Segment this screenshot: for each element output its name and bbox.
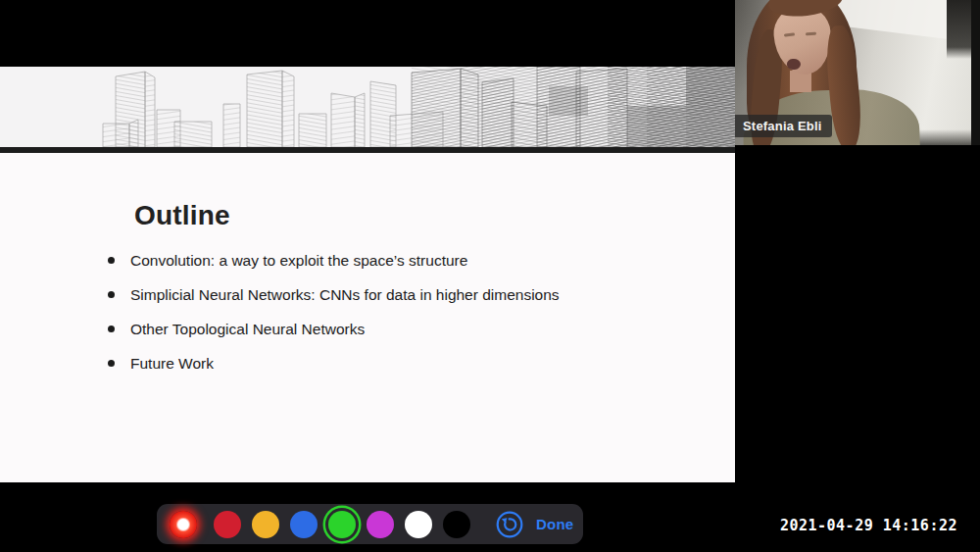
bullet-text: Simplicial Neural Networks: CNNs for dat… xyxy=(130,286,560,304)
slide-bullet: Simplicial Neural Networks: CNNs for dat… xyxy=(108,277,560,312)
undo-icon xyxy=(495,510,524,539)
timestamp: 2021-04-29 14:16:22 xyxy=(780,517,957,534)
bullet-dot-icon xyxy=(108,360,115,367)
slide-bullet-list: Convolution: a way to exploit the space’… xyxy=(108,243,560,380)
bullet-text: Future Work xyxy=(130,355,214,373)
slide-title: Outline xyxy=(134,200,230,231)
participant-name: Stefania Ebli xyxy=(743,119,822,133)
slide-bullet: Future Work xyxy=(108,346,560,380)
color-swatch-green[interactable] xyxy=(328,511,356,538)
screen: Outline Convolution: a way to exploit th… xyxy=(0,0,980,552)
color-swatch-blue[interactable] xyxy=(290,511,318,538)
bullet-text: Other Topological Neural Networks xyxy=(130,321,365,338)
participant-name-label: Stefania Ebli xyxy=(735,115,832,137)
slide-header-skyline-image xyxy=(0,67,735,147)
color-swatch-yellow[interactable] xyxy=(252,511,279,538)
laser-pointer-tool[interactable] xyxy=(170,511,197,538)
bullet-text: Convolution: a way to exploit the space’… xyxy=(130,252,467,270)
bullet-dot-icon xyxy=(108,291,115,298)
annotation-toolbar: Done xyxy=(157,504,583,544)
bullet-dot-icon xyxy=(108,257,115,264)
undo-button[interactable] xyxy=(495,510,524,539)
color-swatch-white[interactable] xyxy=(405,511,432,538)
webcam-background-edge xyxy=(971,0,980,145)
slide-body: Outline Convolution: a way to exploit th… xyxy=(0,153,735,482)
color-swatch-black[interactable] xyxy=(443,511,470,538)
webcam-video[interactable]: Stefania Ebli xyxy=(735,0,980,145)
slide-top-black-bar xyxy=(0,0,735,67)
bullet-dot-icon xyxy=(108,326,115,332)
slide-bullet: Convolution: a way to exploit the space’… xyxy=(108,243,560,277)
color-swatch-red[interactable] xyxy=(214,511,241,538)
slide-bullet: Other Topological Neural Networks xyxy=(108,312,560,346)
color-swatch-magenta[interactable] xyxy=(367,511,394,538)
done-button[interactable]: Done xyxy=(536,516,573,532)
presentation-slide: Outline Convolution: a way to exploit th… xyxy=(0,0,735,482)
